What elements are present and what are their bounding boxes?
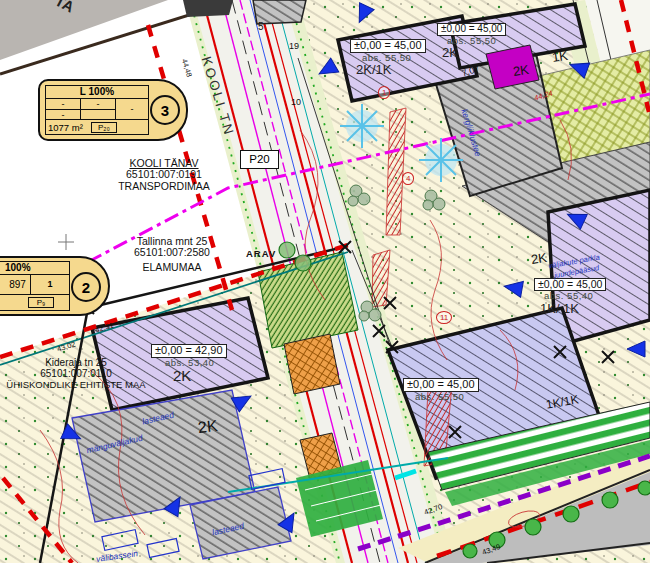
callout-3-parking: P₂₀: [91, 122, 117, 133]
plot-number-19: 19: [289, 42, 299, 52]
callout-2-table: 100% 897 1 2 P₉: [0, 261, 70, 311]
arav-label: ARAV: [246, 249, 276, 259]
elevation-label-d: ±0,00 = 45,00 abs. 55,50: [403, 374, 479, 402]
floors-1k-north: 1K: [551, 49, 569, 65]
detail-plan-map: TA KOOLI TN P20 ARAV KOOLI TÄNAV 65101:0…: [0, 0, 650, 563]
callout-3-number: 3: [150, 95, 180, 125]
callout-3-area: 1077 m²: [48, 122, 83, 133]
floors-2k-east: 2K: [530, 251, 548, 267]
elevation-label-e: ±0,00 = 42,90 abs. 53,40 2K: [151, 340, 227, 384]
callout-2-parking: P₉: [28, 297, 54, 308]
callout-3-table: L 100% - - - - 1077 m² P₂₀: [45, 85, 149, 135]
callout-2-number: 2: [71, 272, 101, 302]
p20-parking-label: P20: [240, 150, 279, 169]
elevation-label-a: ±0,00 = 45,00 abs. 55,50 2K/1K: [350, 35, 426, 77]
elevation-label-c: ±0,00 = 45,00 abs. 55,40 1K/ 1K: [534, 274, 606, 316]
floors-2k-north: 2K: [512, 63, 530, 79]
parcel-elamumaa-label: Tallinna mnt 25 65101:007:2580 ELAMUMAA: [122, 236, 222, 273]
elevation-label-b: ±0,00 = 45,00 abs. 55,50 2K: [437, 18, 506, 60]
parcel-transpordimaa-label: KOOLI TÄNAV 65101:007:0191 TRANSPORDIMAA: [108, 158, 220, 192]
floors-2k-kindergarten: 2K: [197, 417, 218, 436]
plot-number-10: 10: [291, 98, 301, 108]
plot-callout-3: L 100% - - - - 1077 m² P₂₀ 3: [38, 79, 188, 141]
plot-number-5: 5: [258, 22, 264, 33]
plot-callout-2: 100% 897 1 2 P₉ 2: [0, 256, 110, 316]
parcel-uhiskondlik-label: Kideraja tn 25 65101:007:0110 ÜHISKONDLI…: [0, 358, 152, 390]
